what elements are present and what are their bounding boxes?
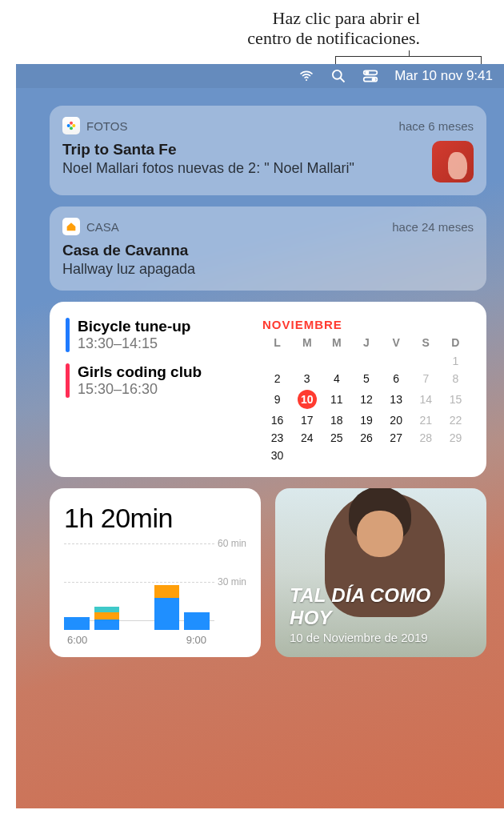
notification-title: Casa de Cavanna [62,242,474,259]
svg-point-9 [70,126,73,130]
event-time: 13:30–14:15 [78,335,190,352]
calendar-day[interactable]: 7 [411,370,441,387]
calendar-day[interactable]: 4 [322,370,351,387]
svg-point-1 [333,70,342,79]
svg-point-10 [67,124,70,127]
calendar-day[interactable]: 29 [441,429,470,447]
calendar-day[interactable]: 20 [382,411,411,429]
calendar-day[interactable]: 13 [382,387,411,411]
chart-y-label: 30 min [218,576,246,587]
calendar-day [441,447,470,464]
calendar-widget[interactable]: Bicycle tune-up13:30–14:15Girls coding c… [50,302,486,477]
memory-title: TAL DÍA COMO HOY [290,584,472,629]
calendar-dow: J [351,336,381,352]
calendar-day[interactable]: 30 [262,447,292,464]
chart-x-label: 9:00 [186,634,206,646]
calendar-day[interactable]: 10 [292,387,322,411]
annotation-callout: Haz clic para abrir el centro de notific… [0,0,504,64]
calendar-day [322,352,351,370]
chart-bar-segment [154,598,180,630]
menu-bar-datetime[interactable]: Mar 10 nov 9:41 [394,68,493,84]
chart-bar-segment [64,617,90,630]
calendar-day[interactable]: 15 [441,387,470,411]
notification-card[interactable]: FOTOShace 6 mesesTrip to Santa FeNoel Ma… [50,106,486,195]
chart-x-label: 6:00 [67,634,87,646]
spotlight-search-icon[interactable] [330,68,346,84]
month-calendar: NOVIEMBRE LMMJVSD 1234567891011121314151… [262,318,470,464]
calendar-event[interactable]: Girls coding club15:30–16:30 [66,363,253,398]
chart-bar [154,585,180,630]
calendar-day[interactable]: 18 [322,411,351,429]
chart-y-label: 60 min [218,538,246,549]
screen-time-total: 1h 20min [64,503,246,534]
calendar-day[interactable]: 6 [382,370,411,387]
calendar-day[interactable]: 24 [292,429,322,447]
calendar-day [411,447,441,464]
notification-body: Hallway luz apagada [62,261,474,278]
svg-point-4 [366,71,368,74]
screen-time-widget[interactable]: 1h 20min 60 min 30 min 6:00 9:00 [50,488,261,657]
calendar-day[interactable]: 3 [292,370,322,387]
notification-card[interactable]: CASAhace 24 mesesCasa de CavannaHallway … [50,207,486,291]
memory-date: 10 de Noviembre de 2019 [290,631,472,644]
calendar-dow: S [411,336,441,352]
home-app-icon [62,218,80,235]
chart-bar [64,617,90,630]
svg-point-7 [70,122,73,125]
notification-time: hace 6 meses [399,119,474,133]
calendar-day[interactable]: 9 [262,387,292,411]
event-color-bar [66,363,70,398]
chart-bar-segment [94,612,120,620]
event-list: Bicycle tune-up13:30–14:15Girls coding c… [66,318,253,464]
svg-point-8 [72,124,75,127]
event-name: Girls coding club [78,363,202,381]
notification-time: hace 24 meses [392,220,474,234]
calendar-day[interactable]: 23 [262,429,292,447]
notification-app-name: CASA [86,220,119,234]
calendar-dow: V [382,336,411,352]
calendar-day [382,352,411,370]
chart-bar [94,607,120,630]
calendar-day[interactable]: 19 [351,411,381,429]
svg-point-0 [306,79,307,81]
calendar-dow: D [441,336,470,352]
svg-line-2 [341,78,345,82]
calendar-day[interactable]: 21 [411,411,441,429]
photos-memory-widget[interactable]: TAL DÍA COMO HOY 10 de Noviembre de 2019 [275,488,486,657]
calendar-grid: LMMJVSD 12345678910111213141516171819202… [262,336,470,464]
calendar-day [351,352,381,370]
calendar-day[interactable]: 17 [292,411,322,429]
calendar-day[interactable]: 8 [441,370,470,387]
photos-app-icon [62,117,80,134]
calendar-day [292,352,322,370]
calendar-month-label: NOVIEMBRE [262,318,470,331]
notification-title: Trip to Santa Fe [62,141,424,158]
calendar-day[interactable]: 12 [351,387,381,411]
calendar-day[interactable]: 28 [411,429,441,447]
svg-point-6 [373,78,375,81]
calendar-day[interactable]: 25 [322,429,351,447]
calendar-day[interactable]: 27 [382,429,411,447]
chart-bar-segment [184,612,210,630]
control-center-icon[interactable] [362,68,378,84]
chart-bar-segment [94,620,120,630]
calendar-day [351,447,381,464]
event-time: 15:30–16:30 [78,381,202,398]
calendar-dow: M [292,336,322,352]
wifi-icon[interactable] [298,68,314,84]
calendar-day[interactable]: 5 [351,370,381,387]
calendar-day[interactable]: 1 [441,352,470,370]
annotation-line-2: centro de notificaciones. [0,28,420,48]
calendar-day[interactable]: 14 [411,387,441,411]
calendar-day[interactable]: 11 [322,387,351,411]
calendar-event[interactable]: Bicycle tune-up13:30–14:15 [66,318,253,352]
calendar-day[interactable]: 26 [351,429,381,447]
calendar-day[interactable]: 22 [441,411,470,429]
calendar-dow: M [322,336,351,352]
calendar-dow: L [262,336,292,352]
macos-screen: Mar 10 nov 9:41 FOTOShace 6 mesesTrip to… [16,64,504,808]
calendar-day[interactable]: 2 [262,370,292,387]
notification-body: Noel Mallari fotos nuevas de 2: " Noel M… [62,160,424,177]
calendar-day[interactable]: 16 [262,411,292,429]
menu-bar: Mar 10 nov 9:41 [16,64,504,88]
